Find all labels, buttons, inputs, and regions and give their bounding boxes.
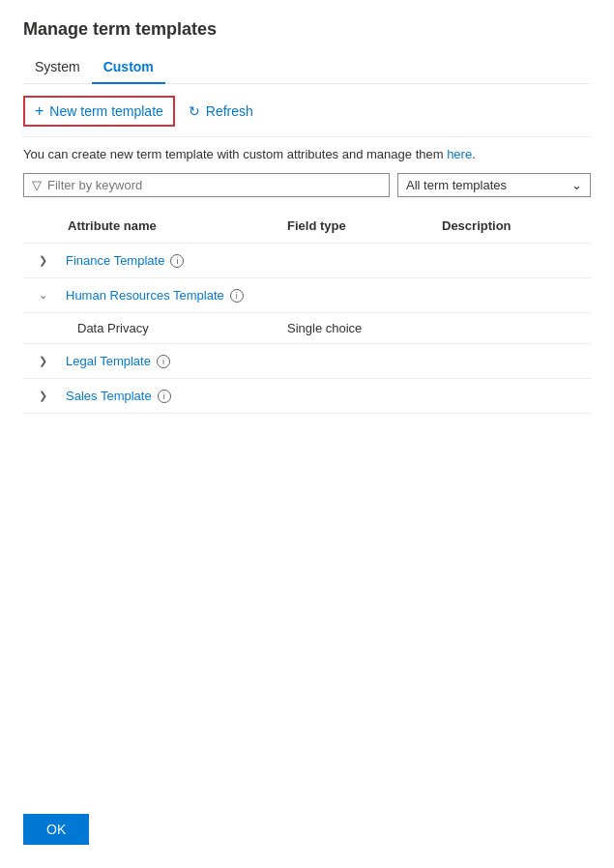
ok-button[interactable]: OK [23, 814, 89, 845]
legal-template-link[interactable]: Legal Template i [62, 346, 281, 376]
hr-template-link[interactable]: Human Resources Template i [62, 280, 281, 310]
new-term-template-button[interactable]: + New term template [23, 96, 175, 127]
chevron-down-icon: ⌄ [39, 289, 47, 302]
all-term-templates-dropdown[interactable]: All term templates ⌄ [397, 173, 591, 197]
data-privacy-label: Data Privacy [62, 315, 281, 341]
col-expand [23, 215, 62, 237]
page-title: Manage term templates [23, 19, 591, 40]
tabs-container: System Custom [23, 51, 591, 84]
finance-info-icon[interactable]: i [170, 254, 184, 268]
table-row: ❯ Legal Template i [23, 344, 591, 379]
refresh-label: Refresh [206, 103, 253, 119]
expand-sales-button[interactable]: ❯ [23, 382, 62, 410]
col-description: Description [436, 215, 591, 237]
info-link[interactable]: here [447, 147, 472, 161]
refresh-icon: ↻ [189, 103, 200, 119]
filter-icon: ▽ [32, 178, 42, 192]
chevron-right-icon: ❯ [39, 355, 47, 367]
new-term-template-label: New term template [49, 103, 162, 119]
info-text: You can create new term template with cu… [23, 147, 591, 161]
expand-finance-button[interactable]: ❯ [23, 246, 62, 275]
col-attribute-name: Attribute name [62, 215, 281, 237]
list-item: Data Privacy Single choice [23, 313, 591, 344]
col-field-type: Field type [281, 215, 436, 237]
finance-template-name: Finance Template [66, 253, 164, 268]
legal-info-icon[interactable]: i [157, 355, 170, 368]
expand-legal-button[interactable]: ❯ [23, 347, 62, 375]
table-header: Attribute name Field type Description [23, 209, 591, 244]
chevron-right-icon: ❯ [39, 390, 47, 402]
plus-icon: + [35, 102, 44, 120]
chevron-down-icon: ⌄ [571, 178, 582, 192]
sales-template-name: Sales Template [66, 389, 152, 403]
templates-table: Attribute name Field type Description ❯ … [23, 209, 591, 414]
expand-hr-button[interactable]: ⌄ [23, 281, 62, 309]
dropdown-value: All term templates [406, 178, 507, 192]
toolbar-divider [23, 136, 591, 137]
table-row: ❯ Finance Template i [23, 244, 591, 278]
legal-template-name: Legal Template [66, 354, 151, 368]
data-privacy-description [436, 323, 591, 334]
sales-template-link[interactable]: Sales Template i [62, 381, 281, 411]
hr-info-icon[interactable]: i [230, 289, 244, 303]
tab-custom[interactable]: Custom [92, 51, 165, 84]
table-row: ❯ Sales Template i [23, 379, 591, 414]
data-privacy-field-type: Single choice [281, 315, 436, 341]
refresh-button[interactable]: ↻ Refresh [179, 99, 263, 124]
sales-info-icon[interactable]: i [158, 390, 171, 403]
chevron-right-icon: ❯ [39, 254, 47, 267]
hr-template-name: Human Resources Template [66, 288, 224, 303]
tab-system[interactable]: System [23, 51, 92, 84]
toolbar: + New term template ↻ Refresh [23, 96, 591, 127]
filter-input-wrap: ▽ [23, 173, 390, 197]
filter-keyword-input[interactable] [47, 178, 381, 192]
table-row: ⌄ Human Resources Template i [23, 278, 591, 313]
finance-template-link[interactable]: Finance Template i [62, 246, 281, 275]
filter-row: ▽ All term templates ⌄ [23, 173, 591, 197]
